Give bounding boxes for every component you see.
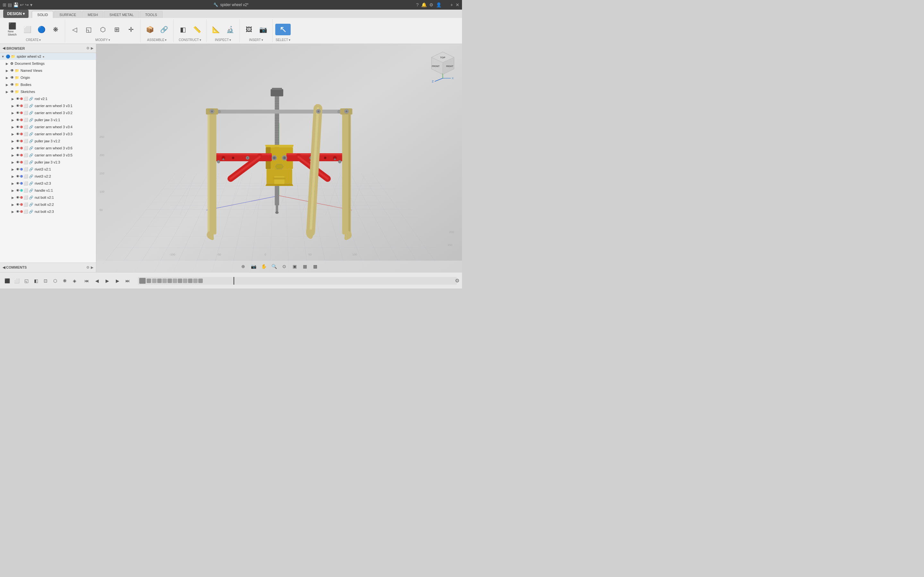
inspect-measure-btn[interactable]: 📐 — [209, 25, 223, 34]
settings-icon[interactable]: ⚙ — [429, 2, 433, 7]
user-icon[interactable]: 👤 — [436, 2, 441, 7]
browser-settings-icon[interactable]: ⚙ — [86, 46, 89, 50]
tree-item-puller-jaw-3[interactable]: ▶👁⬜🔗puller jaw 3 v1:3 — [0, 159, 96, 166]
tree-item-carrier-arm-5[interactable]: ▶👁⬜🔗carrier arm wheel 3 v3:5 — [0, 152, 96, 159]
timeline-feature-7[interactable] — [173, 279, 177, 283]
prev-btn[interactable]: ◀ — [92, 276, 102, 285]
construct-axis-btn[interactable]: 📏 — [190, 25, 204, 34]
timeline-feature-8[interactable] — [178, 279, 182, 283]
redo-icon[interactable]: ↪ — [25, 2, 29, 7]
timeline-feature-3[interactable] — [152, 279, 157, 283]
add-tab-icon[interactable]: + — [451, 2, 453, 7]
bottom-settings-btn[interactable]: ⚙ — [455, 277, 459, 284]
timeline-tool-1[interactable]: ⬛ — [3, 276, 11, 285]
timeline-feature-2[interactable] — [147, 279, 151, 283]
tree-item-puller-jaw-1[interactable]: ▶👁⬜🔗puller jaw 3 v1:1 — [0, 116, 96, 123]
tree-item-handle-1[interactable]: ▶👁⬜🔗handle v1:1 — [0, 187, 96, 194]
tree-item-nut-bolt-1[interactable]: ▶👁⬜🔗nut bolt v2:1 — [0, 194, 96, 201]
timeline-tool-2[interactable]: ⬜ — [12, 276, 21, 285]
vp-display-mode-btn[interactable]: ▣ — [290, 262, 299, 271]
comments-settings-icon[interactable]: ⚙ — [86, 266, 89, 269]
vp-orbit-btn[interactable]: ⊙ — [280, 262, 289, 271]
tree-item-nut-bolt-3[interactable]: ▶👁⬜🔗nut bolt v2:3 — [0, 208, 96, 215]
insert-decal-btn[interactable]: 📷 — [256, 25, 270, 34]
tree-doc-settings[interactable]: ▶ ⚙ Document Settings — [0, 60, 96, 67]
tree-root[interactable]: ▼ 🔵 📁 spider wheel v2 ● — [0, 53, 96, 60]
app-grid-icon[interactable]: ⊞ — [3, 2, 6, 7]
tree-item-rivet3-2[interactable]: ▶👁⬜🔗rivet3 v2:2 — [0, 173, 96, 180]
timeline-feature-11[interactable] — [193, 279, 198, 283]
vp-pan-btn[interactable]: ✋ — [259, 262, 268, 271]
tab-sheetmetal[interactable]: SHEET METAL — [104, 11, 139, 18]
timeline-tool-5[interactable]: ⊡ — [41, 276, 50, 285]
modify-combine-btn[interactable]: ⊞ — [110, 25, 124, 34]
save-icon[interactable]: 💾 — [13, 2, 19, 7]
tab-tools[interactable]: TOOLS — [140, 11, 163, 18]
vp-capture-btn[interactable]: 📷 — [249, 262, 258, 271]
tree-named-views[interactable]: ▶ 👁 📁 Named Views — [0, 67, 96, 74]
play-btn[interactable]: ▶ — [103, 276, 111, 285]
close-icon[interactable]: ✕ — [456, 2, 459, 7]
select-label[interactable]: SELECT ▾ — [276, 38, 290, 42]
browser-expand-icon[interactable]: ▶ — [91, 46, 94, 50]
vp-snap-btn[interactable]: ⊕ — [239, 262, 248, 271]
timeline-feature-10[interactable] — [188, 279, 192, 283]
timeline-feature-12[interactable] — [198, 279, 203, 283]
modify-press-pull-btn[interactable]: ◁ — [68, 25, 81, 34]
comments-collapse-icon[interactable]: ◀ — [3, 266, 5, 269]
insert-canvas-btn[interactable]: 🖼 — [242, 25, 256, 34]
tree-item-carrier-arm-4[interactable]: ▶👁⬜🔗carrier arm wheel 3 v3:4 — [0, 123, 96, 131]
vp-zoom-btn[interactable]: 🔍 — [270, 262, 278, 271]
vp-visual-style-btn[interactable]: ▦ — [300, 262, 309, 271]
timeline-feature-5[interactable] — [162, 279, 167, 283]
modify-scale-btn[interactable]: ✛ — [124, 25, 137, 34]
timeline-playhead[interactable] — [234, 277, 234, 285]
timeline-strip[interactable] — [138, 277, 457, 285]
viewport[interactable]: 250 200 150 100 50 -100 -50 0 50 100 150… — [96, 44, 462, 272]
timeline-tool-4[interactable]: ◧ — [31, 276, 40, 285]
window-controls[interactable]: ? 🔔 ⚙ 👤 + ✕ — [416, 2, 459, 7]
inspect-label[interactable]: INSPECT ▾ — [215, 38, 231, 42]
tree-item-rod-v2-1[interactable]: ▶👁⬜🔗rod v2:1 — [0, 95, 96, 102]
select-btn[interactable]: ↖ — [275, 24, 291, 35]
app-menu-icon[interactable]: ▤ — [8, 2, 12, 7]
skip-fwd-btn[interactable]: ⏭ — [123, 276, 132, 285]
tree-item-carrier-arm-2[interactable]: ▶👁⬜🔗carrier arm wheel 3 v3:2 — [0, 109, 96, 116]
timeline-tool-6[interactable]: ⬡ — [51, 276, 60, 285]
assemble-label[interactable]: ASSEMBLE ▾ — [147, 38, 167, 42]
undo-icon[interactable]: ↩ — [20, 2, 24, 7]
view-cube[interactable]: TOP RIGHT FRONT X Y Z — [430, 50, 456, 76]
create-revolve-btn[interactable]: 🔵 — [35, 25, 48, 34]
more-icon[interactable]: ▾ — [30, 2, 32, 7]
tree-item-nut-bolt-2[interactable]: ▶👁⬜🔗nut bolt v2:2 — [0, 201, 96, 208]
create-more-btn[interactable]: ❋ — [49, 25, 62, 34]
timeline-feature-9[interactable] — [183, 279, 187, 283]
modify-label[interactable]: MODIFY ▾ — [95, 38, 110, 42]
tree-item-rivet3-3[interactable]: ▶👁⬜🔗rivet3 v2:3 — [0, 180, 96, 187]
tab-mesh[interactable]: MESH — [82, 11, 103, 18]
timeline-tool-8[interactable]: ◈ — [70, 276, 79, 285]
create-extrude-btn[interactable]: ⬜ — [21, 25, 34, 34]
tree-bodies[interactable]: ▶ 👁 📁 Bodies — [0, 81, 96, 88]
inspect-section-btn[interactable]: 🔬 — [223, 25, 237, 34]
window-left-controls[interactable]: ⊞ ▤ 💾 ↩ ↪ ▾ — [3, 2, 32, 7]
vp-grid-btn[interactable]: ▩ — [310, 262, 320, 271]
tree-item-carrier-arm-3[interactable]: ▶👁⬜🔗carrier arm wheel 3 v3:3 — [0, 131, 96, 137]
insert-label[interactable]: INSERT ▾ — [249, 38, 263, 42]
modify-fillet-btn[interactable]: ◱ — [82, 25, 95, 34]
construct-label[interactable]: CONSTRUCT ▾ — [179, 38, 201, 42]
construct-plane-btn[interactable]: ◧ — [176, 25, 190, 34]
tree-item-puller-jaw-2[interactable]: ▶👁⬜🔗puller jaw 3 v1:2 — [0, 137, 96, 145]
timeline-feature-1[interactable] — [139, 278, 145, 284]
tab-solid[interactable]: SOLID — [32, 11, 53, 18]
timeline-tool-3[interactable]: ◱ — [22, 276, 31, 285]
assemble-joint-btn[interactable]: 🔗 — [157, 25, 171, 34]
help-icon[interactable]: ? — [416, 2, 419, 7]
timeline-feature-6[interactable] — [168, 279, 172, 283]
design-button[interactable]: DESIGN ▾ — [3, 10, 29, 18]
create-sketch-btn[interactable]: ⬛ NewSketch — [5, 21, 20, 37]
timeline-tool-7[interactable]: ❋ — [60, 276, 69, 285]
timeline-feature-4[interactable] — [157, 279, 162, 283]
modify-shell-btn[interactable]: ⬡ — [96, 25, 110, 34]
assemble-new-component-btn[interactable]: 📦 — [143, 25, 157, 34]
